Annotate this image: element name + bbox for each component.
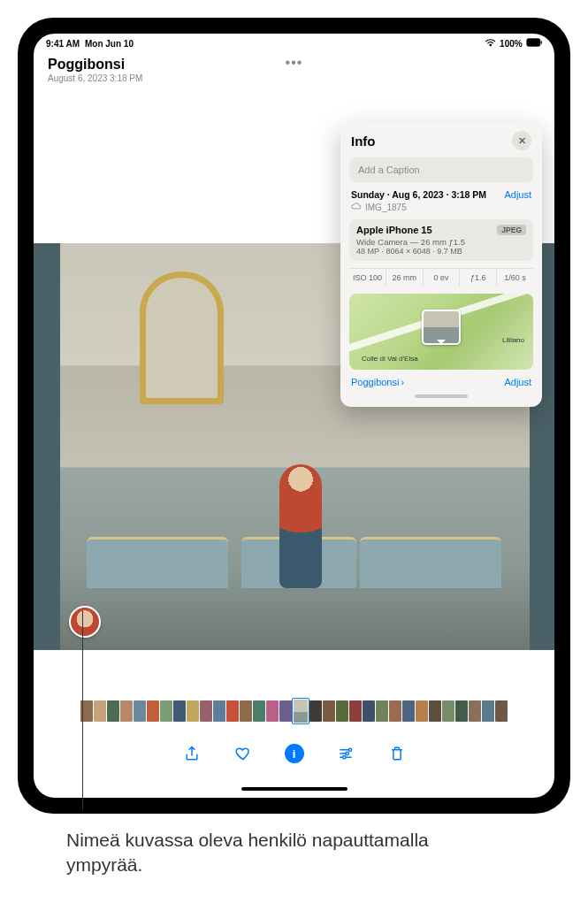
lens-info: Wide Camera — 26 mm ƒ1.5 <box>356 237 526 247</box>
photo-decoration <box>140 272 224 404</box>
person-tag-circle[interactable] <box>69 606 101 638</box>
close-button[interactable]: ✕ <box>512 131 531 150</box>
status-date: Mon Jun 10 <box>85 39 134 49</box>
svg-rect-0 <box>527 39 540 46</box>
thumbnail[interactable] <box>469 700 481 722</box>
thumbnail[interactable] <box>266 700 279 722</box>
info-title: Info <box>351 134 376 149</box>
thumbnail[interactable] <box>389 700 401 722</box>
thumbnail[interactable] <box>363 700 375 722</box>
exif-ev: 0 ev <box>424 269 461 287</box>
map-label: Colle di Val d'Elsa <box>362 355 418 363</box>
thumbnail[interactable] <box>455 700 468 722</box>
thumbnail-strip[interactable] <box>34 700 554 723</box>
map-label: Lilliano <box>502 336 524 344</box>
status-bar: 9:41 AM Mon Jun 10 100% <box>34 34 554 51</box>
thumbnail[interactable] <box>253 700 265 722</box>
exif-row: ISO 100 26 mm 0 ev ƒ1.6 1/60 s <box>349 268 533 287</box>
thumbnail[interactable] <box>200 700 212 722</box>
callout-line <box>82 611 83 810</box>
svg-rect-1 <box>540 41 541 43</box>
battery-text: 100% <box>500 39 523 49</box>
chevron-right-icon: › <box>401 377 404 387</box>
adjust-date-button[interactable]: Adjust <box>504 189 531 200</box>
thumbnail[interactable] <box>349 700 362 722</box>
thumbnail[interactable] <box>187 700 199 722</box>
favorite-button[interactable] <box>233 743 254 764</box>
info-icon: i <box>285 744 304 763</box>
ipad-frame: 9:41 AM Mon Jun 10 100% ••• Poggibonsi A… <box>18 18 570 814</box>
svg-point-2 <box>348 748 351 751</box>
battery-icon <box>526 38 542 49</box>
thumbnail[interactable] <box>482 700 494 722</box>
thumbnail[interactable] <box>94 700 106 722</box>
thumbnail[interactable] <box>120 700 133 722</box>
photo-decoration <box>360 537 501 588</box>
location-link[interactable]: Poggibonsi › <box>351 377 404 387</box>
thumbnail[interactable] <box>376 700 388 722</box>
wifi-icon <box>485 38 496 49</box>
photo-viewer[interactable]: Info ✕ Add a Caption Sunday · Aug 6, 202… <box>34 87 554 709</box>
thumbnail[interactable] <box>107 700 119 722</box>
thumbnail[interactable] <box>279 700 292 722</box>
exif-focal: 26 mm <box>386 269 424 287</box>
thumbnail[interactable] <box>173 700 186 722</box>
location-map[interactable]: Colle di Val d'Elsa Lilliano <box>349 294 533 370</box>
thumbnail[interactable] <box>160 700 172 722</box>
svg-point-4 <box>342 756 345 759</box>
thumbnail-selected[interactable] <box>293 699 309 723</box>
thumbnail[interactable] <box>416 700 428 722</box>
svg-point-3 <box>346 752 348 754</box>
thumbnail[interactable] <box>147 700 159 722</box>
filename: IMG_1875 <box>365 203 407 212</box>
more-icon[interactable]: ••• <box>286 55 303 71</box>
screen: 9:41 AM Mon Jun 10 100% ••• Poggibonsi A… <box>34 34 554 798</box>
thumbnail[interactable] <box>226 700 239 722</box>
datetime-subtitle: August 6, 2023 3:18 PM <box>48 73 540 83</box>
home-indicator[interactable] <box>241 787 347 791</box>
edit-button[interactable] <box>335 743 356 764</box>
info-panel: Info ✕ Add a Caption Sunday · Aug 6, 202… <box>340 122 542 407</box>
photo-person <box>279 464 322 588</box>
photo-date: Sunday · Aug 6, 2023 · 3:18 PM <box>351 189 486 200</box>
thumbnail[interactable] <box>442 700 454 722</box>
exif-iso: ISO 100 <box>349 269 386 287</box>
exif-aperture: ƒ1.6 <box>460 269 497 287</box>
thumbnail[interactable] <box>134 700 146 722</box>
photo-decoration <box>87 537 228 588</box>
thumbnail[interactable] <box>309 700 322 722</box>
thumbnail[interactable] <box>213 700 225 722</box>
annotation-text: Nimeä kuvassa oleva henkilö napauttamall… <box>66 828 508 878</box>
map-pin-icon <box>422 310 461 345</box>
thumbnail[interactable] <box>240 700 252 722</box>
caption-input[interactable]: Add a Caption <box>349 157 533 182</box>
device-info-block[interactable]: Apple iPhone 15 JPEG Wide Camera — 26 mm… <box>349 219 533 261</box>
thumbnail[interactable] <box>495 700 508 722</box>
info-button[interactable]: i <box>284 743 305 764</box>
delete-button[interactable] <box>386 743 408 764</box>
thumbnail[interactable] <box>323 700 335 722</box>
format-badge: JPEG <box>497 225 526 235</box>
panel-grabber[interactable] <box>415 394 468 398</box>
thumbnail[interactable] <box>402 700 415 722</box>
status-time: 9:41 AM <box>46 39 80 49</box>
cloud-icon <box>351 202 362 212</box>
thumbnail[interactable] <box>429 700 441 722</box>
camera-device: Apple iPhone 15 <box>356 225 432 235</box>
share-button[interactable] <box>181 743 202 764</box>
adjust-location-button[interactable]: Adjust <box>504 377 531 387</box>
bottom-toolbar: i <box>34 743 554 764</box>
specs-info: 48 MP · 8064 × 6048 · 9.7 MB <box>356 247 526 256</box>
thumbnail[interactable] <box>336 700 348 722</box>
close-icon: ✕ <box>518 135 526 147</box>
exif-shutter: 1/60 s <box>497 269 533 287</box>
